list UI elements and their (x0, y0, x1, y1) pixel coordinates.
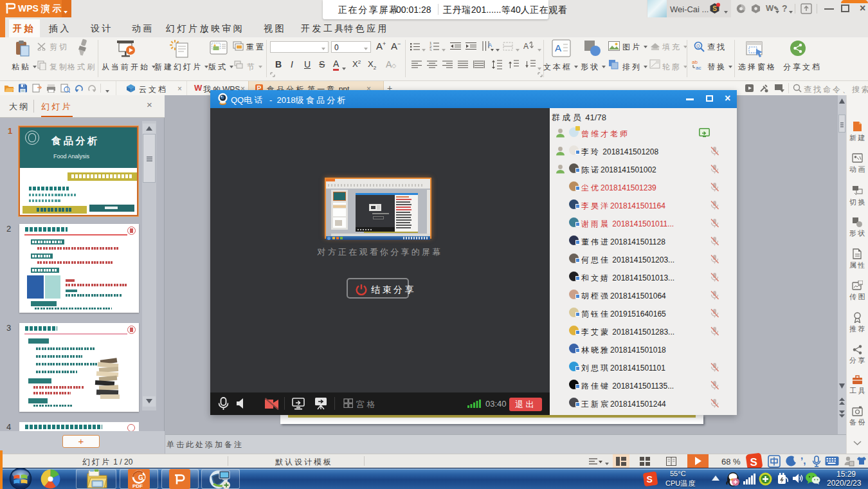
svg-text:S: S (647, 474, 653, 484)
svg-text:Q: Q (696, 44, 700, 49)
svg-text:ab: ab (692, 59, 698, 65)
svg-text:S: S (712, 5, 717, 12)
svg-text:ac: ac (696, 65, 701, 70)
svg-text:A: A (523, 42, 529, 51)
svg-text:A: A (555, 42, 561, 53)
svg-text:3: 3 (429, 49, 432, 51)
svg-text:G: G (138, 474, 143, 481)
svg-text:A: A (488, 42, 492, 48)
svg-text:S: S (750, 456, 757, 468)
